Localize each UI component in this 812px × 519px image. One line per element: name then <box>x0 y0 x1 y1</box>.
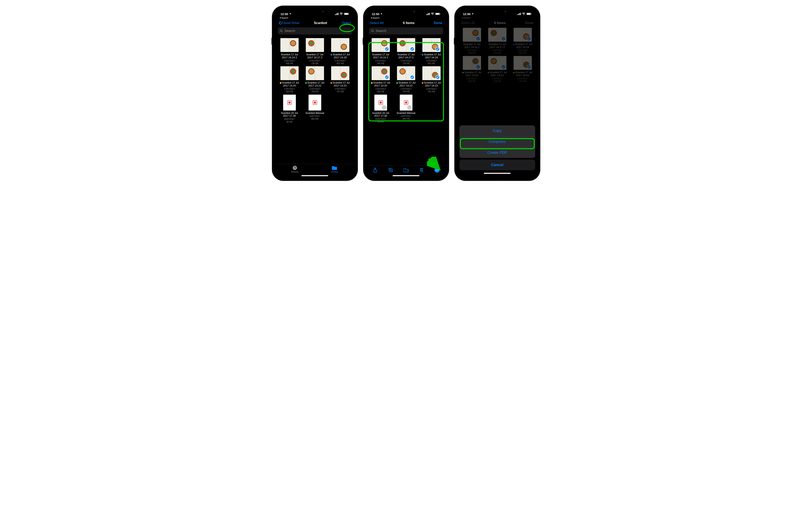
action-create-pdf[interactable]: Create PDF <box>459 147 535 158</box>
wifi-icon <box>340 13 343 15</box>
file-name: Scanbot Manual <box>397 112 415 115</box>
location-icon <box>471 13 474 15</box>
home-indicator[interactable] <box>459 171 535 175</box>
svg-rect-9 <box>426 14 427 15</box>
file-item[interactable]: Scanbot 17 Jul 2017 14.14 2 17/07/201759… <box>369 38 393 65</box>
svg-rect-11 <box>428 13 429 15</box>
file-meta: 17/07/2017761 KB <box>517 77 528 83</box>
file-item[interactable]: Scanbot Manual 10/07/2017494 KB <box>303 94 326 123</box>
home-indicator[interactable] <box>366 173 446 178</box>
file-meta: 17/07/2017650 KB <box>284 88 295 93</box>
file-item[interactable]: Scanbot 17 Jul 2017 14.14 2 17/07/201759… <box>278 38 301 65</box>
svg-rect-2 <box>337 13 338 15</box>
nav-bar: Select All 6 Items Done <box>366 19 446 26</box>
svg-point-22 <box>438 170 439 170</box>
file-name: Scanbot 17 Jul 2017 14.19 <box>328 53 352 59</box>
file-name: Scanbot 17 Jul 2017 14.23 <box>420 81 443 87</box>
share-icon <box>373 167 377 172</box>
delete-button[interactable] <box>419 167 424 172</box>
file-meta: 17/07/2017595 KB <box>284 59 295 65</box>
nav-bar: Select All 6 Items Done <box>458 19 537 26</box>
file-meta: 10/07/2017494 KB <box>401 115 411 120</box>
battery-icon <box>435 13 440 15</box>
svg-rect-5 <box>344 13 348 15</box>
file-name: Scanbot 17 Jul 2017 14.20 <box>460 71 484 77</box>
home-indicator[interactable] <box>275 173 355 178</box>
share-button[interactable] <box>373 167 378 172</box>
done-button[interactable]: Done <box>434 21 442 25</box>
file-name: Scanbot 17 Jul 2017 14.20 <box>278 81 301 87</box>
move-button[interactable] <box>404 167 409 172</box>
svg-rect-23 <box>517 14 518 15</box>
file-item[interactable]: Scanbot 17 Jul 2017 14.19 17/07/2017651 … <box>511 28 534 54</box>
search-input[interactable]: Search <box>278 27 352 34</box>
file-item[interactable]: Scanbot 17 Jul 2017 14.19 17/07/2017651 … <box>420 38 443 65</box>
action-copy[interactable]: Copy <box>459 126 535 136</box>
file-name: Scanbot 17 Jul 2017 14.22 <box>303 81 326 87</box>
breadcrumb[interactable]: Search <box>366 17 446 19</box>
duplicate-button[interactable] <box>388 167 393 172</box>
svg-rect-26 <box>520 13 521 15</box>
file-name: Scanbot 17 Jul 2017 14.19 <box>420 53 443 59</box>
svg-rect-10 <box>427 14 428 15</box>
file-item[interactable]: Scanbot 17 Jul 2017 14.17 2 17/07/201772… <box>486 28 509 54</box>
file-name: Scanbot 17 Jul 2017 14.14 2 <box>278 53 301 59</box>
page-title: 6 Items <box>494 21 506 25</box>
select-button[interactable]: Select <box>342 21 351 25</box>
file-item[interactable]: Scanbot 17 Jul 2017 14.17 2 17/07/201772… <box>395 38 418 65</box>
action-compress[interactable]: Compress <box>459 136 535 147</box>
file-item[interactable]: Scanbot 17 Jul 2017 14.20 17/07/2017650 … <box>460 56 484 83</box>
wifi-icon <box>522 13 525 15</box>
more-button[interactable] <box>434 167 440 172</box>
svg-rect-3 <box>338 13 339 15</box>
file-item[interactable]: Scanbot 17 Jul 2017 14.19 17/07/2017651 … <box>328 38 352 65</box>
tab-recents[interactable]: Recents <box>275 165 315 173</box>
phone-2: 12:50 Search Select All 6 Items Done Sea… <box>364 6 449 181</box>
chevron-left-icon <box>462 17 463 19</box>
svg-rect-12 <box>429 13 430 15</box>
select-all-button[interactable]: Select All <box>370 21 384 25</box>
file-name: Scanbot 17 Jul 2017 14.19 <box>511 43 534 49</box>
search-input[interactable]: Search <box>369 27 443 34</box>
file-name: Scanbot 17 Jul 2017 14.22 <box>395 81 418 87</box>
file-name: Scanbot 17 Jul 2017 14.17 2 <box>395 53 418 59</box>
location-icon <box>289 13 291 15</box>
file-item[interactable]: Scanbot 17 Jul 2017 14.20 17/07/2017650 … <box>369 66 393 93</box>
folder-icon <box>404 168 409 172</box>
file-item[interactable]: Scanbot 17 Jul 2017 14.23 17/07/2017761 … <box>511 56 534 83</box>
file-name: Scanbot 20 Jul 2017 17.30 <box>369 112 393 118</box>
file-name: Scanbot 17 Jul 2017 14.17 2 <box>303 53 326 59</box>
file-name: Scanbot 17 Jul 2017 14.17 2 <box>486 43 509 49</box>
file-grid: Scanbot 17 Jul 2017 14.14 2 17/07/201759… <box>275 36 355 164</box>
file-item[interactable]: Scanbot 17 Jul 2017 14.17 2 17/07/201772… <box>303 38 326 65</box>
file-item[interactable]: Scanbot 17 Jul 2017 14.20 17/07/2017650 … <box>278 66 301 93</box>
file-meta: 17/07/2017650 KB <box>375 88 386 93</box>
file-meta: 17/07/2017726 KB <box>492 49 503 54</box>
breadcrumb[interactable]: Search <box>275 17 355 19</box>
back-button[interactable]: iCloud Drive <box>279 21 299 25</box>
search-icon <box>280 29 283 32</box>
action-cancel[interactable]: Cancel <box>459 160 535 170</box>
file-grid: Scanbot 17 Jul 2017 14.14 2 17/07/201759… <box>366 36 446 165</box>
file-item[interactable]: Scanbot 17 Jul 2017 14.22 17/07/2017744 … <box>395 66 418 93</box>
file-item[interactable]: Scanbot 17 Jul 2017 14.23 17/07/2017761 … <box>420 66 443 93</box>
file-item[interactable]: Scanbot 20 Jul 2017 17.30 20/07/201780 K… <box>369 94 393 123</box>
file-item[interactable]: Scanbot 17 Jul 2017 14.22 17/07/2017744 … <box>486 56 509 83</box>
clock-icon <box>292 165 297 170</box>
file-meta: 17/07/2017726 KB <box>401 59 411 65</box>
file-name: Scanbot 17 Jul 2017 14.23 <box>511 71 534 77</box>
file-meta: 17/07/2017595 KB <box>375 59 386 65</box>
notch <box>296 9 334 15</box>
file-item[interactable]: Scanbot Manual 10/07/2017494 KB <box>395 94 418 123</box>
done-button: Done <box>525 21 533 25</box>
file-item[interactable]: Scanbot 20 Jul 2017 17.30 20/07/201780 K… <box>278 94 301 123</box>
file-item[interactable]: Scanbot 17 Jul 2017 14.23 17/07/2017761 … <box>328 66 352 93</box>
trash-icon <box>419 168 424 172</box>
file-name: Scanbot Manual <box>306 112 324 115</box>
file-item[interactable]: Scanbot 17 Jul 2017 14.14 2 17/07/201759… <box>460 28 484 54</box>
chevron-left-icon <box>371 17 372 19</box>
tab-browse[interactable]: Browse <box>315 165 355 173</box>
file-item[interactable]: Scanbot 17 Jul 2017 14.22 17/07/2017744 … <box>303 66 326 93</box>
signal-icon <box>335 13 339 15</box>
battery-icon <box>344 13 349 15</box>
